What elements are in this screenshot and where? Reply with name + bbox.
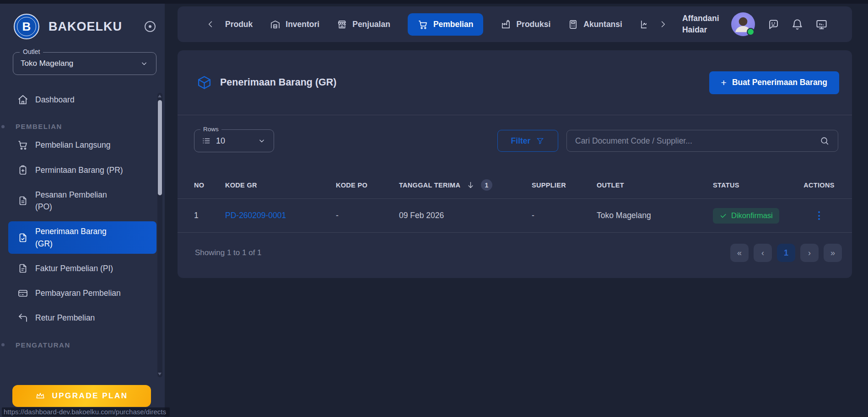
sidebar-item-retur-pembelian[interactable]: Retur Pembelian — [8, 308, 156, 328]
sidebar-item-label: Permintaan Barang (PR) — [35, 164, 123, 176]
col-header-tanggal-terima[interactable]: TANGGAL TERIMA 1 — [399, 179, 532, 191]
pagination: « ‹ 1 › » — [730, 244, 842, 262]
col-header-outlet[interactable]: OUTLET — [597, 182, 713, 189]
sidebar-item-penerimaan-barang[interactable]: Penerimaan Barang(GR) — [8, 221, 156, 254]
cell-outlet: Toko Magelang — [597, 211, 713, 220]
col-header-supplier[interactable]: SUPPLIER — [532, 182, 597, 189]
scrollbar-thumb[interactable] — [158, 100, 162, 195]
tab-label: Produksi — [516, 20, 550, 29]
first-page-button[interactable]: « — [730, 244, 749, 262]
upgrade-plan-label: UPGRADE PLAN — [52, 391, 128, 401]
content-card: Penerimaan Barang (GR) + Buat Penerimaan… — [178, 50, 852, 278]
sidebar-section-pembelian: PEMBELIAN — [0, 123, 165, 130]
tab-pembelian[interactable]: Pembelian — [408, 13, 484, 36]
nav-scroll-left-button[interactable] — [206, 20, 215, 29]
search-box — [566, 130, 838, 152]
tab-inventori[interactable]: Inventori — [270, 19, 319, 30]
filter-button[interactable]: Filter — [497, 130, 558, 152]
sidebar-item-faktur-pembelian[interactable]: Faktur Pembelian (PI) — [8, 258, 156, 278]
file-lines-icon — [17, 195, 28, 206]
person-photo — [731, 12, 755, 36]
status-badge: Dikonfirmasi — [713, 208, 779, 224]
controls-right: Filter — [497, 130, 838, 152]
filter-label: Filter — [511, 136, 531, 146]
tab-penjualan[interactable]: Penjualan — [337, 19, 390, 30]
cube-icon — [197, 75, 212, 90]
sidebar-collapse-icon[interactable] — [145, 21, 156, 32]
sidebar-item-permintaan-barang[interactable]: Permintaan Barang (PR) — [8, 160, 156, 180]
sidebar-item-label: Pembelian Langsung — [35, 139, 110, 151]
sidebar-item-label: Pesanan Pembelian — [35, 189, 107, 201]
row-actions-menu-button[interactable] — [818, 211, 820, 220]
scroll-up-icon[interactable] — [158, 95, 162, 97]
cell-kode-gr-link[interactable]: PD-260209-0001 — [225, 211, 336, 220]
display-mode-button[interactable] — [815, 18, 828, 31]
chevron-down-icon — [140, 59, 149, 68]
chevron-down-icon — [257, 136, 266, 145]
showing-text: Showing 1 to 1 of 1 — [195, 248, 262, 257]
sort-order-badge: 1 — [481, 179, 492, 191]
credit-card-icon — [17, 288, 28, 299]
file-check-icon — [17, 232, 28, 243]
rows-per-page-select[interactable]: Rows 10 — [194, 129, 274, 152]
col-header-kode-po[interactable]: KODE PO — [336, 182, 399, 189]
sidebar-item-pembelian-langsung[interactable]: Pembelian Langsung — [8, 135, 156, 155]
funnel-icon — [536, 137, 545, 145]
create-goods-receipt-button[interactable]: + Buat Penerimaan Barang — [709, 71, 839, 94]
sidebar-item-pembayaran-pembelian[interactable]: Pembayaran Pembelian — [8, 283, 156, 303]
search-icon[interactable] — [819, 136, 830, 146]
search-input[interactable] — [575, 136, 814, 146]
warehouse-icon — [270, 19, 280, 30]
bell-icon — [791, 18, 803, 31]
tab-produk[interactable]: Produk — [225, 20, 253, 29]
home-icon — [17, 94, 28, 105]
chart-icon — [640, 19, 647, 30]
store-icon — [337, 19, 347, 30]
avatar[interactable] — [731, 12, 755, 36]
tab-akuntansi[interactable]: Akuntansi — [568, 19, 622, 30]
tab-label: Pembelian — [433, 20, 474, 29]
tab-produksi[interactable]: Produksi — [501, 19, 550, 30]
table-controls: Rows 10 Filter — [178, 129, 852, 152]
nav-scroll-right-button[interactable] — [658, 20, 668, 29]
tab-label: Penjualan — [352, 20, 390, 29]
sidebar-scrollbar[interactable] — [157, 93, 162, 377]
next-page-button[interactable]: › — [800, 244, 819, 262]
chat-smile-icon — [767, 18, 779, 31]
col-header-status[interactable]: STATUS — [713, 182, 803, 189]
page-1-button[interactable]: 1 — [777, 244, 795, 262]
upgrade-plan-button[interactable]: UPGRADE PLAN — [12, 385, 151, 407]
feedback-button[interactable] — [767, 18, 779, 31]
status-label: Dikonfirmasi — [731, 211, 773, 220]
tab-label: Inventori — [286, 20, 319, 29]
tab-laporan-clipped[interactable] — [640, 19, 647, 30]
sort-desc-arrow-icon — [466, 181, 475, 189]
browser-status-url: https://dashboard-dev.bakoelku.com/purch… — [2, 407, 170, 417]
notifications-button[interactable] — [791, 18, 803, 31]
prev-page-button[interactable]: ‹ — [754, 244, 772, 262]
factory-icon — [501, 19, 511, 30]
chevron-right-icon — [658, 20, 668, 29]
last-page-button[interactable]: » — [824, 244, 842, 262]
page-title: Penerimaan Barang (GR) — [220, 77, 336, 88]
file-lines-icon — [17, 263, 28, 274]
monitor-icon — [815, 18, 828, 31]
plus-icon: + — [721, 78, 727, 87]
sidebar-menu: Dashboard PEMBELIAN Pembelian Langsung P… — [0, 85, 165, 351]
table-footer: Showing 1 to 1 of 1 « ‹ 1 › » — [178, 244, 852, 262]
sidebar-item-pesanan-pembelian[interactable]: Pesanan Pembelian(PO) — [8, 185, 156, 217]
cell-no: 1 — [194, 211, 225, 220]
sidebar-item-dashboard[interactable]: Dashboard — [8, 90, 156, 110]
sidebar-item-label: Faktur Pembelian (PI) — [35, 262, 113, 274]
sidebar-item-label: Pembayaran Pembelian — [35, 287, 121, 299]
col-header-no[interactable]: NO — [194, 182, 225, 189]
table-header-row: NO KODE GR KODE PO TANGGAL TERIMA 1 SUPP… — [178, 171, 852, 199]
calculator-icon — [568, 19, 578, 30]
col-header-kode-gr[interactable]: KODE GR — [225, 182, 336, 189]
tab-label: Akuntansi — [583, 20, 622, 29]
scroll-down-icon[interactable] — [158, 373, 162, 375]
check-icon — [719, 212, 727, 219]
brand-logo-icon: B — [14, 14, 39, 39]
outlet-select[interactable]: Outlet Toko Magelang — [13, 52, 156, 75]
brand-initial: B — [22, 20, 31, 34]
